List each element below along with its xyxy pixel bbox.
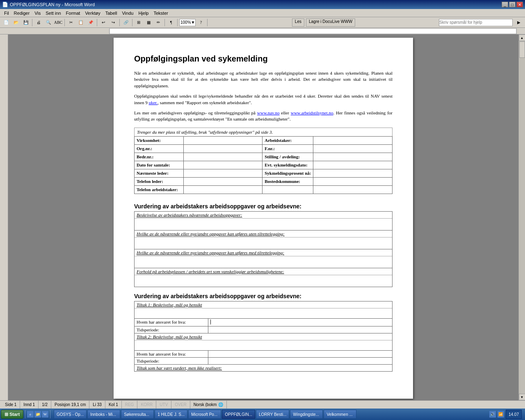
hvem-label-2: Hvem har ansvaret for hva: (135, 351, 208, 357)
tiltak-vurdert-label: Tiltak som har vært vurdert, men ikke re… (135, 365, 392, 371)
dato-value (183, 161, 262, 169)
paragraph-button[interactable]: ¶ (167, 18, 176, 27)
scroll-thumb[interactable] (519, 41, 525, 58)
tiltak-1-container: Tiltak 1: Beskrivelse, mål og hensikt Hv… (134, 301, 393, 333)
menu-fil[interactable]: Fil (2, 9, 11, 17)
arbeidstaker-value (313, 136, 393, 144)
taskbar-item-gosys[interactable]: GOSYS - Op... (54, 410, 87, 419)
taskbar-items: GOSYS - Op... Innboks - Mi... Søkeresult… (52, 410, 488, 419)
form-row-3: Bedr.nr.: Stilling / avdeling: (135, 153, 393, 161)
title-bar: 📄 OPPFØLGINGSPLAN ny - Microsoft Word _ … (0, 0, 525, 9)
quick-ie-icon[interactable]: e (27, 411, 34, 418)
cut-button[interactable]: ✂ (66, 18, 75, 27)
tiltak-1-tid-row: Tidsperiode: (135, 326, 392, 333)
tid-value-1 (208, 326, 392, 333)
taskbar-item-microsoft-po[interactable]: Microsoft Po... (188, 410, 221, 419)
sykmeldingsdato-label: Evt. sykmeldingsdato: (262, 161, 313, 169)
les-button[interactable]: Les (292, 18, 304, 27)
taskbar-item-oppfolging[interactable]: OPPFØLGIN... (222, 410, 255, 419)
virksomhet-value (183, 136, 262, 144)
form-row-2: Org.nr.: F.nr.: (135, 144, 393, 153)
app-icon: 📄 (2, 2, 8, 7)
minimize-button[interactable]: _ (502, 2, 508, 7)
taskbar-item-lorry[interactable]: LORRY Besti... (256, 410, 289, 419)
maximize-button[interactable]: □ (509, 2, 516, 7)
cursor-1 (210, 320, 211, 324)
menu-format[interactable]: Format (64, 9, 83, 17)
save-button[interactable]: 💾 (21, 18, 30, 27)
menu-vis[interactable]: Vis (32, 9, 43, 17)
right-scrollbar: ▲ ▼ (518, 34, 525, 400)
preview-button[interactable]: 🔍 (44, 18, 53, 27)
menu-sett-inn[interactable]: Sett inn (43, 9, 63, 17)
taskbar-item-sokeresultat[interactable]: Søkeresulta... (121, 410, 154, 419)
bostedskommune-value (313, 177, 393, 185)
telefon-arbeidstaker-label: Telefon arbeidstaker: (135, 185, 184, 194)
status-over: OVER (171, 401, 190, 409)
quick-word-icon[interactable]: W (42, 411, 48, 418)
menu-rediger[interactable]: Rediger (11, 9, 32, 17)
status-pages: 1/2 (39, 401, 51, 409)
menu-bar: Fil Rediger Vis Sett inn Format Verktøy … (0, 9, 525, 17)
window-title: OPPFØLGINGSPLAN ny - Microsoft Word (10, 2, 95, 7)
taskbar-separator-1 (25, 410, 25, 418)
document-area[interactable]: Oppfølgingsplan ved sykemelding Når en a… (8, 34, 518, 400)
italic-note: Trenger du mer plass til utfylling, bruk… (134, 128, 393, 136)
quick-folder-icon[interactable]: 📁 (34, 411, 41, 418)
taskbar: ⊞ Start e 📁 W GOSYS - Op... Innboks - Mi… (0, 409, 525, 420)
dato-label: Dato for samtale: (135, 161, 184, 169)
paste-button[interactable]: 📌 (86, 18, 95, 27)
taskbar-item-wingdingste[interactable]: Wingdingste... (290, 410, 323, 419)
taskbar-item-hilde[interactable]: 1 HILDE J. S... (155, 410, 187, 419)
close-button[interactable]: ✕ (516, 2, 523, 7)
menu-tabell[interactable]: Tabell (103, 9, 120, 17)
taskbar-item-velkommen[interactable]: Velkommen ... (324, 410, 356, 419)
systray-icon-1: 🔊 (489, 411, 496, 418)
tiltak-1-desc-area (135, 308, 392, 318)
naermeste-leder-label: Nærmeste leder: (135, 169, 184, 177)
scroll-down-button[interactable]: ▼ (519, 394, 525, 400)
window-controls[interactable]: _ □ ✕ (502, 2, 523, 7)
new-button[interactable]: 📄 (2, 18, 11, 27)
menu-verktoy[interactable]: Verktøy (82, 9, 103, 17)
sykmeldingsdato-value (313, 161, 393, 169)
table-button[interactable]: ⊞ (134, 18, 143, 27)
bostedskommune-label: Bostedskommune: (262, 177, 313, 185)
print-button[interactable]: 🖨 (34, 18, 43, 27)
status-reg: REG (122, 401, 138, 409)
start-button[interactable]: ⊞ Start (1, 410, 23, 419)
copy-button[interactable]: 📋 (76, 18, 85, 27)
toolbar: 📄 📂 💾 🖨 🔍 ABC ✂ 📋 📌 ↩ ↪ 🔗 ⊞ ▦ ✏ ¶ 100% ▼… (0, 17, 525, 28)
arbeidstaker-label: Arbeidstaker: (262, 136, 313, 144)
tiltak-2-hvem-row: Hvem har ansvaret for hva: (135, 350, 392, 357)
tid-value-2 (208, 358, 392, 364)
lagre-button[interactable]: Lagre i DocuLive WWW (306, 18, 355, 27)
search-go-button[interactable]: ▶ (514, 18, 523, 27)
tiltak-1-label: Tiltak 1: Beskrivelse, mål og hensikt (135, 301, 392, 308)
columns-button[interactable]: ▦ (144, 18, 153, 27)
help-search-input[interactable] (439, 19, 513, 26)
taskbar-item-innboks[interactable]: Innboks - Mi... (87, 410, 120, 419)
scroll-up-button[interactable]: ▲ (519, 34, 525, 41)
menu-vindu[interactable]: Vindu (119, 9, 136, 17)
subsection-2-label: Hvilke av de nåværende eller nye/andre o… (135, 231, 392, 237)
spellcheck-button[interactable]: ABC (54, 18, 63, 27)
hyperlink-button[interactable]: 🔗 (121, 18, 130, 27)
redo-button[interactable]: ↪ (109, 18, 118, 27)
sykmeldingsprosent-value (313, 169, 393, 177)
drawing-button[interactable]: ✏ (154, 18, 163, 27)
menu-tekster[interactable]: Tekster (151, 9, 170, 17)
document-page: Oppfølgingsplan ved sykemelding Når en a… (114, 38, 413, 399)
ruler (0, 28, 525, 34)
open-button[interactable]: 📂 (11, 18, 21, 27)
toolbar-right: Les Lagre i DocuLive WWW (292, 18, 355, 27)
help-icon[interactable]: ? (196, 18, 205, 27)
section2-header: Vurdering av arbeidstakers arbeidsoppgav… (134, 290, 393, 301)
zoom-selector[interactable]: 100% ▼ (179, 19, 196, 26)
tiltak-vurdert-container: Tiltak som har vært vurdert, men ikke re… (134, 365, 393, 372)
paragraph-2: Oppfølgingsplanen skal sendes til lege/s… (134, 93, 393, 106)
tiltak-1-hvem-row: Hvem har ansvaret for hva: (135, 318, 392, 326)
undo-button[interactable]: ↩ (99, 18, 108, 27)
status-utv: UTV (156, 401, 171, 409)
menu-hjelp[interactable]: Hjelp (136, 9, 151, 17)
